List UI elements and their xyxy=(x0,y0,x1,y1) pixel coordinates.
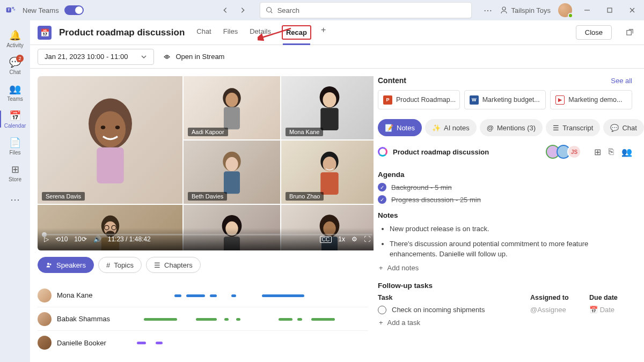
rpill-mentions[interactable]: @Mentions (3) xyxy=(480,119,543,136)
svg-point-14 xyxy=(94,111,125,147)
rail-files[interactable]: 📄 Files xyxy=(0,133,30,159)
pill-topics[interactable]: # Topics xyxy=(98,257,142,273)
content-heading: Content xyxy=(378,76,406,85)
col-task: Task xyxy=(378,294,530,301)
sub-header: Jan 21, 2023 10:00 - 11:00 Open in Strea… xyxy=(30,45,644,69)
tab-chat[interactable]: Chat xyxy=(195,25,212,40)
more-icon[interactable]: ⋯ xyxy=(484,5,492,16)
minimize-button[interactable] xyxy=(580,3,595,18)
bell-icon: 🔔 xyxy=(9,29,21,41)
people-icon xyxy=(46,262,53,269)
svg-point-17 xyxy=(115,125,119,129)
tab-recap[interactable]: Recap xyxy=(282,25,311,40)
pill-chapters[interactable]: ☰ Chapters xyxy=(146,257,201,273)
play-icon[interactable]: ▷ xyxy=(44,235,49,243)
fullscreen-icon[interactable]: ⛶ xyxy=(364,235,370,243)
avatar xyxy=(38,336,52,350)
share-icon[interactable]: 👥 xyxy=(621,147,632,157)
search-input[interactable]: Search xyxy=(260,2,472,18)
rpill-transcript[interactable]: ☰Transcript xyxy=(546,119,600,136)
note-item[interactable]: New product release is on track. xyxy=(390,224,632,234)
cc-icon[interactable]: CC xyxy=(320,236,332,243)
add-task-button[interactable]: +Add a task xyxy=(378,319,632,327)
popout-icon[interactable] xyxy=(623,26,636,40)
back-button[interactable] xyxy=(218,3,233,18)
svg-point-42 xyxy=(47,263,49,265)
collaborators[interactable]: JS xyxy=(549,145,581,159)
meeting-header: 📅 Product roadmap discussion Chat Files … xyxy=(30,20,644,45)
agenda-item[interactable]: ✓Background - 5 min xyxy=(378,183,632,191)
forward-button[interactable] xyxy=(235,3,250,18)
rpill-chat[interactable]: 💬Chat xyxy=(603,119,643,136)
speaker-row[interactable]: Mona Kane xyxy=(38,284,368,307)
search-icon xyxy=(266,6,273,14)
svg-point-19 xyxy=(225,93,238,107)
task-checkbox[interactable] xyxy=(378,306,386,314)
video-tile[interactable]: Mona Kane xyxy=(281,76,374,139)
loop-icon xyxy=(378,147,387,157)
word-icon: W xyxy=(470,95,479,105)
teams-icon: 👥 xyxy=(9,83,21,95)
skip-icon[interactable]: 10⟳ xyxy=(74,235,86,243)
file-card[interactable]: WMarketing budget... xyxy=(464,90,546,109)
video-icon: ▶ xyxy=(555,95,565,105)
video-controls: ▷ ⟲10 10⟳ 🔊 11:23 / 1:48:42 CC 1x ⚙ ⛶ xyxy=(38,228,374,250)
date-picker[interactable]: Jan 21, 2023 10:00 - 11:00 xyxy=(38,49,154,65)
video-tile[interactable]: Aadi Kapoor xyxy=(184,76,280,139)
check-icon: ✓ xyxy=(378,195,386,204)
speaker-row[interactable]: Danielle Booker xyxy=(38,331,368,354)
rail-more[interactable]: ⋯ xyxy=(0,187,30,212)
svg-rect-23 xyxy=(320,108,338,130)
svg-rect-20 xyxy=(224,107,240,129)
note-item[interactable]: There's discussion around potential comm… xyxy=(390,239,632,260)
see-all-link[interactable]: See all xyxy=(611,77,632,85)
add-notes-button[interactable]: +Add notes xyxy=(378,264,632,272)
user-avatar[interactable] xyxy=(558,3,572,17)
file-card[interactable]: ▶Marketing demo... xyxy=(550,90,632,109)
tenant-switcher[interactable]: Tailspin Toys xyxy=(500,6,551,14)
svg-line-5 xyxy=(270,12,272,13)
close-button[interactable]: Close xyxy=(576,25,612,40)
tab-details[interactable]: Details xyxy=(248,25,272,40)
participant-name: Mona Kane xyxy=(286,128,323,136)
rail-chat[interactable]: 💬 Chat 2 xyxy=(0,53,30,78)
new-teams-toggle[interactable] xyxy=(64,5,84,15)
rpill-ai[interactable]: ✨AI notes xyxy=(425,119,477,136)
speed-button[interactable]: 1x xyxy=(338,235,345,243)
powerpoint-icon: P xyxy=(383,95,392,105)
video-tile[interactable]: Bruno Zhao xyxy=(281,141,374,204)
svg-point-6 xyxy=(502,7,506,10)
notes-heading: Notes xyxy=(378,211,632,219)
avatar xyxy=(38,289,52,302)
agenda-item[interactable]: ✓Progress discussion - 25 min xyxy=(378,195,632,204)
plus-icon: + xyxy=(379,319,383,327)
copy-icon[interactable]: ⎘ xyxy=(609,147,614,157)
video-tile[interactable]: Beth Davies xyxy=(184,141,280,204)
add-tab-button[interactable]: + xyxy=(321,25,326,40)
rail-activity[interactable]: 🔔 Activity xyxy=(0,26,30,51)
components-icon[interactable]: ⊞ xyxy=(594,147,601,157)
rail-store[interactable]: ⊞ Store xyxy=(0,160,30,186)
app-rail: 🔔 Activity 💬 Chat 2 👥 Teams 📅 Calendar 📄… xyxy=(0,20,30,362)
rail-teams[interactable]: 👥 Teams xyxy=(0,79,30,105)
followup-heading: Follow-up tasks xyxy=(378,282,632,290)
volume-icon[interactable]: 🔊 xyxy=(93,235,101,243)
open-in-stream-link[interactable]: Open in Stream xyxy=(163,53,224,61)
pill-speakers[interactable]: Speakers xyxy=(38,257,94,273)
notes-icon: 📝 xyxy=(385,124,393,132)
settings-icon[interactable]: ⚙ xyxy=(352,235,357,243)
date-icon: 📅 xyxy=(589,306,598,314)
close-window-button[interactable] xyxy=(625,3,640,18)
rewind-icon[interactable]: ⟲10 xyxy=(55,235,68,243)
video-tile[interactable]: Serena Davis xyxy=(38,76,182,204)
speaker-row[interactable]: Babak Shammas xyxy=(38,307,368,331)
task-row[interactable]: Check on incoming shipments @Assignee 📅 … xyxy=(378,306,632,314)
search-placeholder: Search xyxy=(277,6,299,14)
svg-point-22 xyxy=(323,92,336,107)
file-card[interactable]: PProduct Roadmap... xyxy=(378,90,460,109)
tab-files[interactable]: Files xyxy=(222,25,239,40)
maximize-button[interactable] xyxy=(602,3,617,18)
rpill-notes[interactable]: 📝Notes xyxy=(378,119,422,136)
video-time: 11:23 / 1:48:42 xyxy=(108,235,151,243)
rail-calendar[interactable]: 📅 Calendar xyxy=(0,106,30,132)
